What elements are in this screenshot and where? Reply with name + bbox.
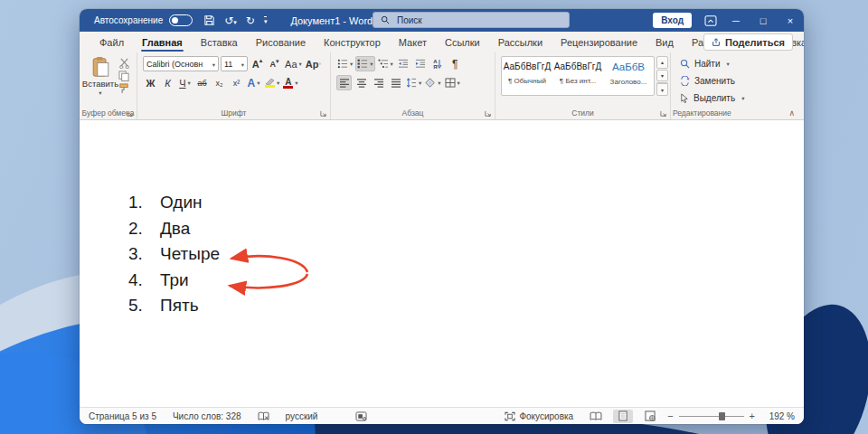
language-indicator[interactable]: русский xyxy=(286,411,318,421)
zoom-thumb[interactable] xyxy=(719,412,725,420)
tab-view[interactable]: Вид xyxy=(646,32,683,52)
change-case-button[interactable]: Аа xyxy=(284,56,303,71)
bullets-button[interactable] xyxy=(336,56,354,71)
list-item[interactable]: 4.Три xyxy=(128,268,220,294)
align-left-button[interactable] xyxy=(336,75,352,90)
paste-button[interactable]: Вставить ▾ xyxy=(84,56,117,97)
ribbon-display-options-icon[interactable] xyxy=(704,15,717,26)
maximize-button[interactable]: □ xyxy=(750,9,777,32)
borders-button[interactable] xyxy=(444,75,461,90)
share-icon xyxy=(712,38,721,47)
tab-design[interactable]: Конструктор xyxy=(315,32,390,52)
replace-icon xyxy=(680,76,690,86)
format-painter-icon[interactable] xyxy=(118,83,129,94)
line-spacing-button[interactable] xyxy=(405,75,422,90)
text-effects-button[interactable]: А xyxy=(246,75,261,90)
tab-draw[interactable]: Рисование xyxy=(247,32,315,52)
strikethrough-button[interactable]: аб xyxy=(194,75,210,90)
zoom-out-icon[interactable]: − xyxy=(667,410,673,421)
tab-layout[interactable]: Макет xyxy=(390,32,436,52)
word-count[interactable]: Число слов: 328 xyxy=(173,411,241,421)
paragraph-dialog-launcher-icon[interactable] xyxy=(485,110,492,118)
cut-icon[interactable] xyxy=(118,58,130,69)
ribbon-tab-bar: Файл Главная Вставка Рисование Конструкт… xyxy=(80,32,804,52)
increase-indent-button[interactable] xyxy=(413,56,429,71)
customize-qat-icon[interactable]: ▾ xyxy=(264,16,268,25)
font-family-select[interactable]: Calibri (Основн xyxy=(143,56,219,71)
shading-button[interactable] xyxy=(424,75,441,90)
zoom-track[interactable] xyxy=(679,416,744,417)
tab-file[interactable]: Файл xyxy=(90,32,133,52)
proofing-status-icon[interactable] xyxy=(258,411,269,421)
italic-button[interactable]: К xyxy=(160,75,175,90)
style-normal[interactable]: АаБбВвГгД ¶ Обычный xyxy=(502,57,552,95)
clear-formatting-button[interactable]: Ар◦ xyxy=(305,56,323,71)
font-color-button[interactable]: А xyxy=(282,75,298,90)
select-button[interactable]: Выделить xyxy=(680,90,772,106)
subscript-button[interactable]: х₂ xyxy=(212,75,227,90)
save-icon[interactable] xyxy=(203,14,215,26)
align-right-button[interactable] xyxy=(371,75,386,90)
search-input[interactable]: Поиск xyxy=(373,12,570,28)
numbered-list: 1.Один 2.Два 3.Четыре 4.Три 5.Пять xyxy=(128,190,220,319)
zoom-slider[interactable]: − + xyxy=(667,410,755,421)
justify-button[interactable] xyxy=(388,75,403,90)
macro-record-icon[interactable] xyxy=(355,411,367,421)
print-layout-button[interactable] xyxy=(613,410,633,423)
tab-review[interactable]: Рецензирование xyxy=(552,32,646,52)
clipboard-dialog-launcher-icon[interactable] xyxy=(127,110,134,118)
list-item[interactable]: 3.Четыре xyxy=(128,241,220,268)
underline-button[interactable]: Ч xyxy=(177,75,193,90)
font-dialog-launcher-icon[interactable] xyxy=(320,110,327,118)
styles-dialog-launcher-icon[interactable] xyxy=(660,110,667,118)
sort-button[interactable]: АЯ xyxy=(430,56,446,71)
shrink-font-button[interactable]: А▾ xyxy=(267,56,282,71)
styles-scroll-down-icon[interactable]: ▾ xyxy=(656,70,668,82)
search-icon xyxy=(381,15,390,24)
zoom-percentage[interactable]: 192 % xyxy=(762,411,795,421)
list-item[interactable]: 5.Пять xyxy=(128,293,220,319)
superscript-button[interactable]: х² xyxy=(229,75,244,90)
style-heading1[interactable]: АаБбВ Заголово... xyxy=(603,57,654,95)
copy-icon[interactable] xyxy=(118,71,129,81)
redo-icon[interactable]: ↻ xyxy=(246,15,255,26)
undo-icon[interactable]: ↺▾ xyxy=(224,14,237,27)
show-marks-button[interactable]: ¶ xyxy=(448,56,463,71)
collapse-ribbon-icon[interactable]: ∧ xyxy=(788,108,795,118)
align-left-icon xyxy=(339,79,350,88)
tab-home[interactable]: Главная xyxy=(133,32,192,52)
decrease-indent-button[interactable] xyxy=(396,56,411,71)
tab-insert[interactable]: Вставка xyxy=(192,32,247,52)
multilevel-list-button[interactable] xyxy=(377,56,394,71)
signin-button[interactable]: Вход xyxy=(653,13,692,28)
grow-font-button[interactable]: А▴ xyxy=(250,56,265,71)
web-layout-button[interactable] xyxy=(640,410,660,423)
replace-button[interactable]: Заменить xyxy=(680,73,772,89)
list-item[interactable]: 2.Два xyxy=(128,216,220,242)
document-canvas[interactable]: 1.Один 2.Два 3.Четыре 4.Три 5.Пять xyxy=(80,120,804,407)
zoom-in-icon[interactable]: + xyxy=(750,410,755,421)
share-button[interactable]: Поделиться xyxy=(703,33,793,51)
list-item[interactable]: 1.Один xyxy=(128,190,220,216)
bullet-list-icon xyxy=(337,59,348,69)
font-size-select[interactable]: 11 xyxy=(221,56,248,71)
minimize-button[interactable]: ─ xyxy=(722,9,750,32)
bold-button[interactable]: Ж xyxy=(143,75,158,90)
close-button[interactable]: × xyxy=(777,9,804,32)
title-bar: Автосохранение ↺▾ ↻ ▾ Документ1 - Word П… xyxy=(80,9,804,32)
justify-icon xyxy=(391,79,401,88)
multilevel-list-icon xyxy=(378,59,389,69)
styles-more-icon[interactable]: ▾ xyxy=(656,82,668,96)
autosave-toggle[interactable] xyxy=(169,14,193,26)
numbering-button[interactable] xyxy=(355,56,374,71)
focus-mode-button[interactable]: Фокусировка xyxy=(505,411,573,421)
read-mode-button[interactable] xyxy=(586,410,606,423)
tab-references[interactable]: Ссылки xyxy=(436,32,489,52)
tab-mailings[interactable]: Рассылки xyxy=(489,32,552,52)
style-no-spacing[interactable]: АаБбВвГгД ¶ Без инт... xyxy=(552,57,603,95)
align-center-button[interactable] xyxy=(354,75,369,90)
find-button[interactable]: Найти xyxy=(680,56,772,71)
page-indicator[interactable]: Страница 5 из 5 xyxy=(89,411,156,421)
styles-scroll-up-icon[interactable]: ▴ xyxy=(656,56,668,69)
highlight-button[interactable] xyxy=(263,75,280,90)
